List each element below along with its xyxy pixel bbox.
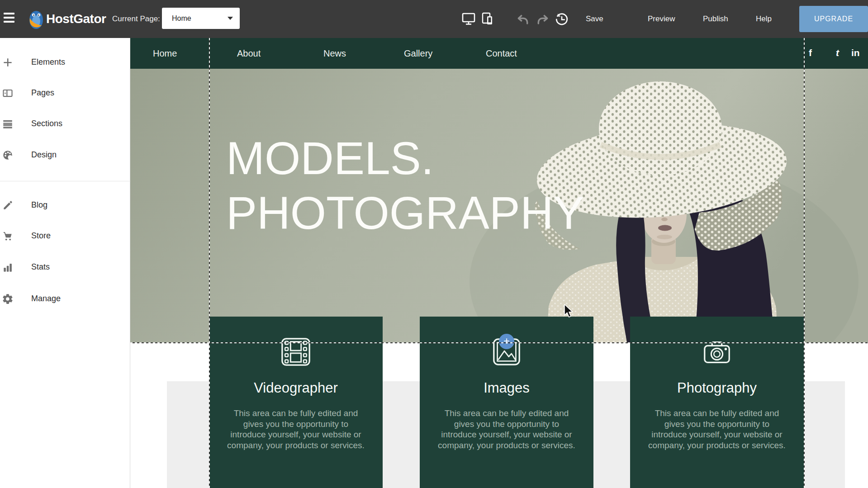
sidebar-item-stats[interactable]: Stats [0, 258, 130, 276]
linkedin-icon[interactable]: in [851, 38, 860, 68]
sidebar-item-store[interactable]: Store [0, 227, 130, 245]
editor-sidebar: Elements Pages Sections Design [0, 38, 130, 488]
current-page-label: Current Page: [112, 0, 160, 38]
sidebar-item-elements[interactable]: Elements [0, 53, 130, 71]
redo-icon[interactable] [536, 13, 550, 27]
palette-icon [2, 149, 14, 161]
screen: HostGator Current Page: Home Sav [0, 0, 868, 488]
sidebar-item-design[interactable]: Design [0, 146, 130, 164]
publish-button[interactable]: Publish [703, 0, 728, 38]
sidebar-item-manage[interactable]: Manage [0, 289, 130, 308]
site-nav-about[interactable]: About [237, 38, 261, 69]
card-body: This area can be fully edited andgives y… [644, 408, 790, 450]
selection-guide-right [804, 38, 805, 488]
card-body: This area can be fully edited andgives y… [433, 408, 580, 450]
history-icon[interactable] [555, 12, 569, 27]
sidebar-item-sections[interactable]: Sections [0, 114, 130, 133]
selection-guide-left [209, 38, 210, 488]
mouse-cursor [564, 304, 574, 318]
card-body: This area can be fully edited andgives y… [223, 408, 369, 450]
site-nav-home[interactable]: Home [153, 38, 177, 69]
plus-icon [2, 57, 14, 68]
page-select[interactable]: Home [162, 8, 240, 29]
sections-icon [2, 118, 14, 130]
chevron-down-icon [228, 17, 233, 20]
mobile-view-icon[interactable] [480, 12, 495, 26]
desktop-view-icon[interactable] [461, 12, 476, 26]
sidebar-divider [0, 181, 130, 181]
gear-icon [2, 293, 14, 305]
hero-section[interactable]: MODELS. PHOTOGRAPHY [130, 69, 868, 342]
film-icon [280, 336, 312, 368]
card-title: Images [420, 380, 593, 396]
site-nav-contact[interactable]: Contact [486, 38, 517, 69]
bar-chart-icon [2, 261, 14, 273]
help-button[interactable]: Help [756, 0, 772, 38]
site-navbar: Home About News Gallery Contact f t in [130, 38, 868, 69]
page-select-value: Home [172, 8, 191, 29]
card-title: Photography [630, 380, 804, 396]
preview-button[interactable]: Preview [648, 0, 675, 38]
sidebar-item-blog[interactable]: Blog [0, 196, 130, 214]
facebook-icon[interactable]: f [809, 38, 812, 68]
hero-title[interactable]: MODELS. PHOTOGRAPHY [226, 131, 584, 241]
pages-icon [2, 87, 14, 99]
sidebar-item-pages[interactable]: Pages [0, 84, 130, 102]
camera-icon [701, 336, 733, 368]
hostgator-logo-icon [28, 9, 44, 30]
add-image-badge[interactable]: + [499, 334, 514, 349]
site-nav-news[interactable]: News [323, 38, 346, 69]
twitter-icon[interactable]: t [836, 38, 839, 68]
site-canvas: Home About News Gallery Contact f t in [130, 38, 868, 488]
top-toolbar: HostGator Current Page: Home Sav [0, 0, 868, 38]
cart-icon [2, 230, 14, 242]
hero-title-line1: MODELS. [226, 131, 584, 186]
hero-title-line2: PHOTOGRAPHY [226, 186, 584, 241]
pencil-icon [2, 199, 14, 211]
undo-icon[interactable] [516, 13, 530, 27]
site-nav-gallery[interactable]: Gallery [404, 38, 432, 69]
brand-wordmark: HostGator [46, 0, 106, 38]
upgrade-button[interactable]: UPGRADE [799, 6, 868, 32]
card-title: Videographer [209, 380, 383, 396]
save-button[interactable]: Save [586, 0, 603, 38]
selection-guide-horizontal [130, 342, 868, 343]
menu-icon[interactable] [4, 13, 14, 24]
